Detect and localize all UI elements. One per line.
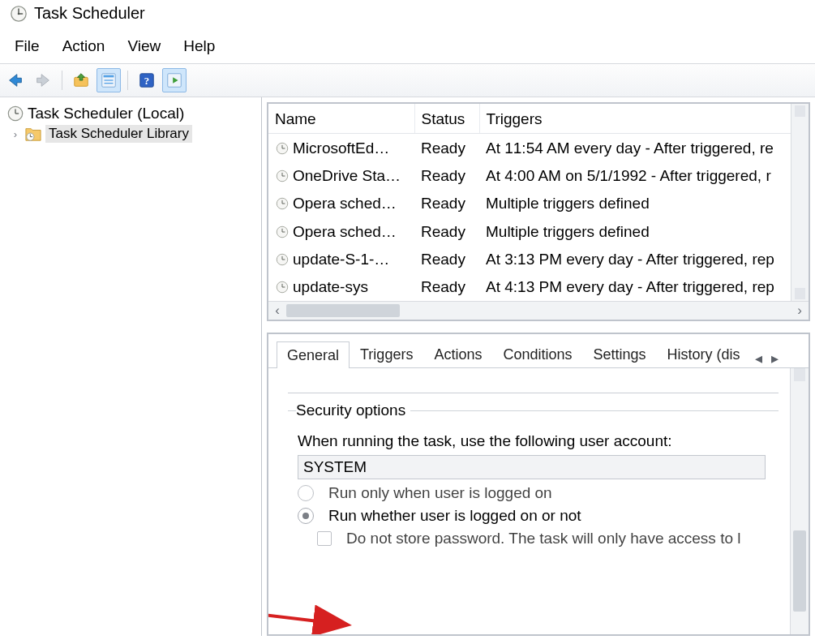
tree-library-label: Task Scheduler Library [45, 125, 192, 143]
properties-vscrollbar[interactable] [790, 368, 809, 634]
task-table[interactable]: Name Status Triggers MicrosoftEd…ReadyAt… [268, 104, 791, 301]
tab-actions[interactable]: Actions [423, 342, 492, 367]
toolbar-separator [62, 71, 62, 90]
table-row[interactable]: Opera sched…ReadyMultiple triggers defin… [268, 217, 791, 245]
security-options-group: Security options When running the task, … [288, 401, 779, 556]
radio-icon [298, 485, 314, 501]
security-account-field[interactable]: SYSTEM [298, 455, 766, 479]
menu-file[interactable]: File [15, 36, 53, 57]
scroll-thumb[interactable] [286, 304, 400, 317]
table-row[interactable]: Opera sched…ReadyMultiple triggers defin… [268, 190, 791, 217]
annotation-arrow [268, 569, 368, 634]
tab-scroll-right[interactable]: ▸ [767, 350, 783, 367]
scroll-thumb[interactable] [793, 530, 806, 612]
tab-general[interactable]: General [277, 341, 350, 368]
tab-scroll-left[interactable]: ◂ [751, 350, 767, 367]
tab-triggers[interactable]: Triggers [350, 342, 423, 367]
tab-conditions[interactable]: Conditions [492, 342, 582, 367]
toolbar-separator [127, 71, 128, 90]
task-list-panel: Name Status Triggers MicrosoftEd…ReadyAt… [267, 102, 810, 321]
menu-view[interactable]: View [127, 36, 174, 57]
run-button[interactable] [162, 68, 187, 92]
radio-run-logged-or-not-label: Run whether user is logged on or not [328, 507, 581, 525]
library-folder-icon [24, 126, 42, 142]
cell-triggers: Multiple triggers defined [479, 217, 791, 245]
cell-name: OneDrive Sta… [268, 161, 414, 189]
task-properties-panel: General Triggers Actions Conditions Sett… [267, 333, 810, 636]
table-row[interactable]: update-S-1-…ReadyAt 3:13 PM every day - … [268, 245, 791, 273]
detail-area: Name Status Triggers MicrosoftEd…ReadyAt… [262, 97, 815, 636]
checkbox-no-store-password[interactable]: Do not store password. The task will onl… [317, 530, 774, 547]
cell-status: Ready [414, 134, 479, 162]
menu-help[interactable]: Help [183, 36, 228, 57]
checkbox-no-store-password-label: Do not store password. The task will onl… [346, 530, 741, 547]
security-options-legend: Security options [296, 401, 410, 419]
cell-triggers: At 11:54 AM every day - After triggered,… [479, 134, 791, 162]
tab-settings[interactable]: Settings [583, 342, 657, 367]
workspace: Task Scheduler (Local) › Task Scheduler … [0, 97, 815, 636]
table-row[interactable]: update-sysReadyAt 4:13 PM every day - Af… [268, 273, 791, 301]
tasklist-hscrollbar[interactable]: ‹ › [268, 301, 809, 320]
col-name[interactable]: Name [268, 104, 414, 134]
cell-name: update-S-1-… [268, 245, 414, 273]
cell-status: Ready [414, 190, 479, 217]
cell-triggers: At 4:00 AM on 5/1/1992 - After triggered… [479, 161, 791, 189]
security-account-row: SYSTEM [298, 455, 774, 479]
scroll-left-icon[interactable]: ‹ [269, 304, 285, 317]
task-scheduler-icon [6, 105, 24, 122]
svg-text:?: ? [144, 75, 149, 87]
clock-icon [275, 280, 290, 294]
cell-name: update-sys [268, 273, 414, 301]
cell-status: Ready [414, 161, 479, 189]
tree-library[interactable]: › Task Scheduler Library [10, 125, 256, 143]
svg-line-36 [268, 590, 345, 625]
svg-point-15 [27, 133, 34, 140]
checkbox-icon [317, 531, 332, 546]
cell-triggers: At 3:13 PM every day - After triggered, … [479, 245, 791, 273]
properties-button[interactable] [97, 68, 121, 92]
radio-run-logged-on-label: Run only when user is logged on [328, 484, 552, 502]
menu-action[interactable]: Action [62, 36, 118, 57]
cell-status: Ready [414, 217, 479, 245]
menubar: File Action View Help [0, 28, 815, 63]
security-prompt: When running the task, use the following… [298, 432, 774, 450]
tab-content-general: Security options When running the task, … [268, 368, 790, 634]
nav-tree: Task Scheduler (Local) › Task Scheduler … [0, 97, 262, 636]
tab-strip: General Triggers Actions Conditions Sett… [268, 334, 809, 368]
clock-icon [275, 196, 290, 211]
col-status[interactable]: Status [414, 104, 479, 134]
toolbar: ? [0, 63, 815, 97]
tree-root[interactable]: Task Scheduler (Local) [5, 104, 256, 123]
tree-root-label: Task Scheduler (Local) [28, 105, 184, 122]
radio-icon [298, 508, 314, 524]
back-button[interactable] [3, 68, 28, 92]
tab-history[interactable]: History (dis [657, 342, 751, 367]
task-scheduler-icon [10, 5, 28, 23]
security-prompt-text: When running the task, use the following… [298, 432, 672, 450]
clock-icon [275, 252, 290, 267]
cell-status: Ready [414, 245, 479, 273]
tasklist-vscrollbar[interactable] [791, 104, 809, 301]
svg-rect-6 [104, 75, 114, 78]
cell-triggers: At 4:13 PM every day - After triggered, … [479, 273, 791, 301]
scroll-right-icon[interactable]: › [791, 304, 808, 317]
titlebar: Task Scheduler [0, 0, 815, 28]
cell-status: Ready [414, 273, 479, 301]
svg-point-3 [18, 12, 20, 15]
clock-icon [275, 225, 290, 239]
clock-icon [275, 169, 290, 183]
table-row[interactable]: OneDrive Sta…ReadyAt 4:00 AM on 5/1/1992… [268, 161, 791, 189]
up-button[interactable] [69, 68, 93, 92]
cell-name: Opera sched… [268, 190, 414, 217]
cell-name: MicrosoftEd… [268, 134, 414, 162]
help-button[interactable]: ? [135, 68, 159, 92]
table-row[interactable]: MicrosoftEd…ReadyAt 11:54 AM every day -… [268, 134, 791, 162]
cell-triggers: Multiple triggers defined [479, 190, 791, 217]
cell-name: Opera sched… [268, 217, 414, 245]
expander-icon[interactable]: › [10, 128, 21, 140]
radio-run-logged-on[interactable]: Run only when user is logged on [298, 484, 774, 502]
clock-icon [275, 141, 290, 156]
forward-button[interactable] [31, 68, 55, 92]
col-triggers[interactable]: Triggers [479, 104, 791, 134]
radio-run-logged-or-not[interactable]: Run whether user is logged on or not [298, 507, 774, 525]
